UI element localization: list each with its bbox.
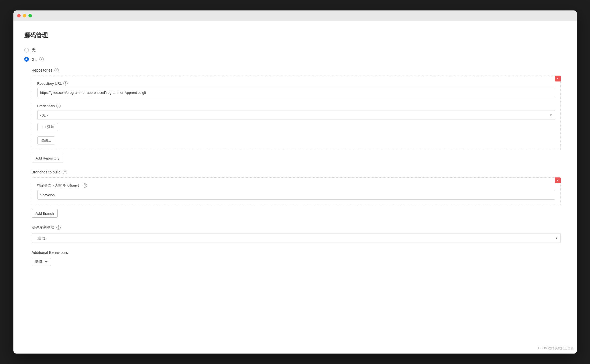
advanced-button[interactable]: 高级... [37, 136, 55, 144]
radio-label-none: 无 [32, 47, 36, 53]
content-area: 源码管理 无 Git ? Repositories ? × [13, 21, 577, 354]
add-repository-button[interactable]: Add Repository [32, 154, 64, 162]
branch-close-button[interactable]: × [555, 177, 561, 183]
credentials-select[interactable]: - 无 - [37, 110, 555, 120]
git-section: Repositories ? × Repository URL ? Creden… [32, 68, 561, 266]
add-branch-label: Add Branch [36, 211, 54, 216]
radio-circle-none [24, 48, 29, 53]
main-window: 源码管理 无 Git ? Repositories ? × [13, 10, 577, 354]
add-branch-button[interactable]: Add Branch [32, 209, 58, 218]
branch-field-help-icon[interactable]: ? [83, 183, 87, 188]
page-title: 源码管理 [24, 31, 561, 39]
radio-item-git[interactable]: Git ? [24, 57, 561, 62]
browser-select-wrapper: （自动） ▾ [32, 233, 561, 243]
repository-close-button[interactable]: × [555, 76, 561, 81]
browser-select[interactable]: （自动） [32, 233, 561, 243]
branch-field-text: 指定分支（为空时代表any） [37, 183, 81, 188]
browser-label: 源码库浏览器 ? [32, 225, 561, 230]
branch-field-label: 指定分支（为空时代表any） ? [37, 183, 555, 188]
add-credentials-label: + 添加 [44, 125, 54, 129]
add-repository-label: Add Repository [36, 156, 60, 160]
new-behaviour-button[interactable]: 新增 [32, 258, 51, 266]
credentials-select-wrapper: - 无 - ▾ [37, 110, 555, 120]
repository-url-label: Repository URL ? [37, 81, 555, 86]
repository-url-text: Repository URL [37, 81, 62, 86]
new-behaviour-caret [45, 261, 47, 263]
minimize-traffic-light[interactable] [23, 14, 26, 17]
source-control-radio-group: 无 Git ? [24, 47, 561, 62]
credentials-text: Credentials [37, 104, 55, 108]
add-credentials-button[interactable]: + + 添加 [37, 123, 58, 131]
advanced-label: 高级... [41, 138, 51, 143]
additional-behaviours-label: Additional Behaviours [32, 250, 561, 255]
credentials-help-icon[interactable]: ? [56, 104, 61, 108]
credentials-label: Credentials ? [37, 104, 555, 108]
browser-text: 源码库浏览器 [32, 225, 54, 230]
git-help-icon[interactable]: ? [39, 57, 44, 61]
radio-circle-git [24, 57, 29, 62]
branch-box: × 指定分支（为空时代表any） ? [32, 177, 561, 205]
branches-label: Branches to build ? [32, 170, 561, 174]
browser-help-icon[interactable]: ? [56, 225, 61, 230]
new-behaviour-label: 新增 [35, 259, 42, 264]
repositories-help-icon[interactable]: ? [54, 68, 59, 72]
titlebar [13, 10, 577, 21]
radio-item-none[interactable]: 无 [24, 47, 561, 53]
branch-input[interactable] [37, 190, 555, 200]
branches-text: Branches to build [32, 170, 61, 174]
watermark: CSDN @掉头发的王富贵 [538, 346, 574, 351]
branches-help-icon[interactable]: ? [63, 170, 67, 174]
repository-box: × Repository URL ? Credentials ? - 无 - ▾ [32, 76, 561, 150]
repositories-text: Repositories [32, 68, 53, 72]
close-traffic-light[interactable] [17, 14, 21, 17]
add-credentials-icon: + [41, 125, 43, 129]
radio-label-git: Git [32, 57, 37, 62]
additional-behaviours-text: Additional Behaviours [32, 250, 68, 255]
repositories-label: Repositories ? [32, 68, 561, 72]
repository-url-help-icon[interactable]: ? [63, 81, 68, 86]
maximize-traffic-light[interactable] [28, 14, 32, 17]
repository-url-input[interactable] [37, 88, 555, 97]
